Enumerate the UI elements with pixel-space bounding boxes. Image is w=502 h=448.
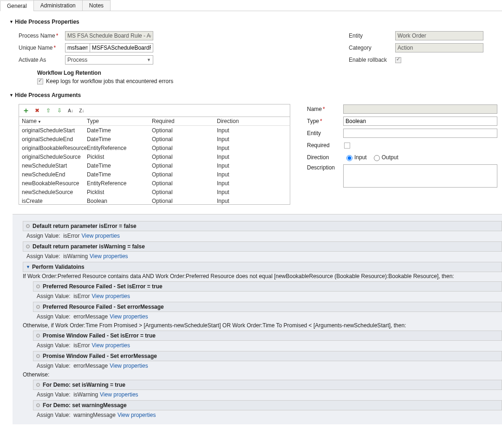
col-header-required[interactable]: Required (152, 118, 217, 124)
keep-logs-checkbox[interactable] (37, 78, 43, 84)
step-title[interactable]: Preferred Resource Failed - Set errorMes… (33, 302, 502, 312)
step-sub: Assign Value: errorMessageView propertie… (33, 361, 502, 370)
label-activate-as: Activate As (19, 57, 65, 63)
keep-logs-label: Keep logs for workflow jobs that encount… (46, 78, 173, 84)
view-properties-link[interactable]: View properties (110, 313, 148, 320)
table-row[interactable]: newBookableResourceEntityReferenceOption… (19, 179, 290, 188)
step-title[interactable]: Default return parameter isError = false (23, 221, 502, 231)
step-sub: Assign Value: isErrorView properties (23, 231, 502, 240)
view-properties-link[interactable]: View properties (110, 363, 148, 369)
arg-required-checkbox[interactable] (344, 143, 350, 149)
chevron-down-icon: ▼ (9, 19, 15, 24)
radio-input[interactable]: Input (344, 154, 367, 161)
view-properties-link[interactable]: View properties (82, 233, 120, 239)
workflow-log-retention-heading: Workflow Log Retention (37, 70, 241, 76)
step-sub: Assign Value: errorMessageView propertie… (33, 312, 502, 321)
arg-name-input[interactable] (343, 104, 497, 114)
label-process-name: Process Name* (19, 32, 65, 39)
toggle-process-properties[interactable]: ▼ Hide Process Properties (9, 19, 502, 25)
condition-text: Otherwise, if Work Order:Time From Promi… (23, 322, 502, 329)
table-row[interactable]: originalScheduleStartDateTimeOptionalInp… (19, 126, 290, 135)
step-title[interactable]: Promise Window Failed - Set isError = tr… (33, 331, 502, 341)
view-properties-link[interactable]: View properties (100, 391, 138, 398)
step-title[interactable]: For Demo: set isWarning = true (33, 380, 502, 390)
enable-rollback-checkbox[interactable] (395, 57, 401, 63)
move-up-button[interactable]: ⇧ (44, 106, 52, 115)
sort-asc-button[interactable]: A↓ (66, 106, 75, 115)
delete-argument-button[interactable]: ✖ (33, 106, 41, 115)
step-sub: Assign Value: isErrorView properties (33, 341, 502, 350)
tab-notes[interactable]: Notes (82, 0, 111, 11)
activate-as-select[interactable]: Process▼ (65, 55, 153, 65)
bullet-icon (26, 245, 30, 248)
caret-down-icon: ▼ (147, 58, 151, 62)
steps-area: Default return parameter isError = false… (13, 214, 502, 424)
col-header-direction[interactable]: Direction (217, 118, 282, 124)
col-header-name[interactable]: Name▼ (22, 118, 87, 124)
table-row[interactable]: newScheduleEndDateTimeOptionalInput (19, 170, 290, 179)
unique-name-input[interactable] (90, 43, 153, 52)
step-title[interactable]: Preferred Resource Failed - Set isError … (33, 281, 502, 292)
bullet-icon (36, 383, 40, 387)
label-enable-rollback: Enable rollback (349, 57, 395, 63)
table-row[interactable]: originalScheduleEndDateTimeOptionalInput (19, 135, 290, 143)
arguments-table: ＋ ✖ ⇧ ⇩ A↓ Z↓ Name▼ Type Required Direct… (19, 104, 290, 205)
argument-detail-panel: Name* Type* Entity Required Direction In… (307, 102, 502, 205)
label-arg-required: Required (307, 142, 344, 149)
step-title[interactable]: Promise Window Failed - Set errorMessage (33, 351, 502, 361)
table-row[interactable]: newScheduleSourcePicklistOptionalInput (19, 188, 290, 196)
arguments-scroll[interactable]: originalScheduleStartDateTimeOptionalInp… (19, 126, 290, 205)
step-title[interactable]: For Demo: set warningMessage (33, 400, 502, 410)
unique-name-prefix[interactable] (65, 43, 90, 52)
toggle-process-arguments[interactable]: ▼ Hide Process Arguments (9, 92, 502, 98)
tabs-row: General Administration Notes (0, 0, 502, 11)
entity-input (395, 31, 483, 40)
step-sub: Assign Value: warningMessageView propert… (33, 410, 502, 420)
chevron-down-icon: ▼ (26, 265, 30, 269)
arg-type-select[interactable] (343, 117, 497, 126)
step-title[interactable]: Default return parameter isWarning = fal… (23, 241, 502, 252)
move-down-button[interactable]: ⇩ (55, 106, 64, 115)
section-title-properties: Hide Process Properties (15, 19, 79, 25)
step-sub: Assign Value: isErrorView properties (33, 292, 502, 301)
col-header-type[interactable]: Type (87, 118, 152, 124)
label-arg-entity: Entity (307, 130, 343, 136)
radio-output[interactable]: Output (372, 154, 398, 161)
label-arg-description: Description (307, 164, 343, 171)
table-row[interactable]: isCreateBooleanOptionalInput (19, 196, 290, 205)
sort-desc-button[interactable]: Z↓ (78, 106, 86, 115)
label-unique-name: Unique Name* (19, 45, 65, 51)
label-category: Category (349, 45, 395, 51)
step-sub: Assign Value: isWarningView properties (33, 390, 502, 399)
table-row[interactable]: originalBookableResourceEntityReferenceO… (19, 143, 290, 152)
view-properties-link[interactable]: View properties (117, 412, 156, 418)
arg-description-textarea[interactable] (343, 164, 497, 188)
tab-administration[interactable]: Administration (33, 0, 83, 11)
bullet-icon (36, 285, 40, 288)
properties-form: Process Name* Unique Name* Activate As P… (0, 29, 502, 84)
label-arg-type: Type* (307, 118, 343, 124)
arg-entity-input[interactable] (343, 129, 497, 138)
tab-general[interactable]: General (0, 0, 34, 11)
add-argument-button[interactable]: ＋ (22, 106, 30, 115)
arguments-toolbar: ＋ ✖ ⇧ ⇩ A↓ Z↓ (19, 104, 290, 117)
view-properties-link[interactable]: View properties (90, 253, 128, 260)
step-sub: Assign Value: isWarningView properties (23, 252, 502, 261)
chevron-down-icon: ▼ (9, 93, 15, 97)
bullet-icon (36, 334, 40, 338)
bullet-icon (36, 305, 40, 309)
condition-text: If Work Order:Preferred Resource contain… (23, 273, 502, 279)
table-row[interactable]: originalScheduleSourcePicklistOptionalIn… (19, 152, 290, 161)
category-input (395, 43, 483, 52)
label-entity: Entity (349, 32, 395, 39)
label-arg-direction: Direction (307, 154, 344, 161)
view-properties-link[interactable]: View properties (92, 342, 130, 349)
process-name-input[interactable] (65, 31, 153, 40)
bullet-icon (26, 224, 30, 228)
bullet-icon (36, 354, 40, 358)
bullet-icon (36, 403, 40, 407)
condition-text: Otherwise: (23, 371, 502, 378)
table-row[interactable]: newScheduleStartDateTimeOptionalInput (19, 161, 290, 170)
step-title[interactable]: ▼Perform Validatoins (23, 262, 502, 272)
view-properties-link[interactable]: View properties (92, 293, 130, 299)
